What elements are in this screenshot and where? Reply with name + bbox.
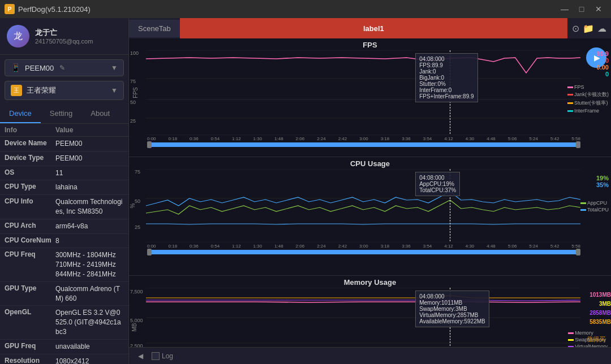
nav-back-button[interactable]: ◀ xyxy=(134,349,147,363)
scene-tab-button[interactable]: SceneTab xyxy=(129,20,180,37)
fps-legend: FPS Jank(卡顿次数) Stutter(卡顿率) InterFrame xyxy=(567,84,609,114)
user-section: 龙 龙于亡 241750705@qq.com xyxy=(0,18,128,55)
main-layout: 龙 龙于亡 241750705@qq.com 📱 PEEM00 ✎ ▼ 王 王者… xyxy=(0,18,611,364)
fps-chart: FPS FPS 100 75 50 25 xyxy=(129,38,611,157)
fps-scrollbar-handle-left[interactable] xyxy=(147,141,152,148)
cpu-chart-title: CPU Usage xyxy=(129,159,611,168)
cpu-chart: CPU Usage % 75 50 25 xyxy=(129,157,611,276)
log-check[interactable] xyxy=(152,352,160,360)
table-row: CPU Archarm64-v8a xyxy=(0,219,128,234)
tab-about[interactable]: About xyxy=(81,105,119,123)
user-info: 龙于亡 241750705@qq.com xyxy=(35,28,93,45)
sidebar-tabs: Device Setting About xyxy=(0,105,128,124)
location-icon[interactable]: ⊙ xyxy=(572,23,579,34)
table-row: CPU Typelahaina xyxy=(0,180,128,195)
table-row: OS11 xyxy=(0,166,128,181)
game-chevron-icon: ▼ xyxy=(111,86,118,94)
log-label: Log xyxy=(162,352,173,360)
tab-device[interactable]: Device xyxy=(0,105,41,123)
memory-y-unit: MB xyxy=(131,323,137,332)
memory-stats-overlay: 04:08:000 Memory:1011MB SwapMemory:3MB V… xyxy=(415,291,489,327)
info-table-header: Info Value xyxy=(0,124,128,137)
device-icon: 📱 xyxy=(11,63,20,72)
log-checkbox[interactable]: Log xyxy=(152,352,173,360)
table-row: CPU Freq300MHz - 1804MHz710MHz - 2419MHz… xyxy=(0,248,128,281)
device-label: PEEM00 xyxy=(25,64,54,72)
cpu-scrollbar[interactable] xyxy=(147,250,580,254)
header-icons: ⊙ 📁 ☁ xyxy=(567,23,611,34)
bottom-bar: ◀ Log xyxy=(129,347,611,364)
cpu-legend: AppCPU TotalCPU xyxy=(580,200,609,213)
user-name: 龙于亡 xyxy=(35,28,93,38)
fps-scrollbar-handle-right[interactable] xyxy=(576,141,580,148)
table-row: Resolution1080x2412 xyxy=(0,354,128,364)
table-row: OpenGLOpenGL ES 3.2 V@0525.0 (GIT@4942c1… xyxy=(0,306,128,339)
app-title: PerfDog(v5.1.210204) xyxy=(18,5,91,14)
content-area: SceneTab label1 ⊙ 📁 ☁ FPS FPS xyxy=(129,18,611,364)
maximize-button[interactable]: □ xyxy=(574,1,590,17)
scene-header: SceneTab label1 ⊙ 📁 ☁ xyxy=(129,18,611,38)
memory-chart-title: Memory Usage xyxy=(129,278,611,287)
minimize-button[interactable]: — xyxy=(557,1,573,17)
game-icon: 王 xyxy=(11,85,22,96)
fps-y-unit: FPS xyxy=(132,87,139,98)
fps-chart-title: FPS xyxy=(129,41,611,49)
game-label: 王者荣耀 xyxy=(27,85,56,96)
label-bar: label1 xyxy=(180,18,567,38)
device-selector[interactable]: 📱 PEEM00 ✎ ▼ xyxy=(5,59,124,76)
fps-scrollbar[interactable] xyxy=(147,142,580,147)
titlebar: P PerfDog(v5.1.210204) — □ ✕ xyxy=(0,0,611,18)
col-info: Info xyxy=(5,126,55,134)
sidebar: 龙 龙于亡 241750705@qq.com 📱 PEEM00 ✎ ▼ 王 王者… xyxy=(0,18,129,364)
fps-stats-overlay: 04:08:000 FPS:89.9 Jank:0 BigJank:0 Stut… xyxy=(415,53,477,102)
cpu-xaxis: 0:000:180:360:541:121:301:482:062:242:42… xyxy=(147,242,580,249)
table-row: CPU InfoQualcomm Technologies, Inc SM835… xyxy=(0,195,128,219)
table-row: GPU Frequnavailable xyxy=(0,340,128,354)
table-row: CPU CoreNum8 xyxy=(0,234,128,249)
cpu-scrollbar-handle-left[interactable] xyxy=(147,249,152,255)
tab-setting[interactable]: Setting xyxy=(41,105,81,123)
edit-icon: ✎ xyxy=(59,64,65,72)
table-row: Device TypePEEM00 xyxy=(0,151,128,166)
memory-chart: Memory Usage MB 7,500 5,000 2,500 xyxy=(129,276,611,347)
close-button[interactable]: ✕ xyxy=(591,1,606,17)
table-row: Device NamePEEM00 xyxy=(0,137,128,151)
folder-icon[interactable]: 📁 xyxy=(583,23,594,34)
window-controls: — □ ✕ xyxy=(557,1,606,17)
cpu-scrollbar-handle-right[interactable] xyxy=(576,249,580,255)
device-info-table: Info Value Device NamePEEM00 Device Type… xyxy=(0,124,128,364)
cpu-stats-overlay: 04:08:000 AppCPU:19% TotalCPU:37% xyxy=(415,172,460,196)
user-email: 241750705@qq.com xyxy=(35,38,93,45)
avatar: 龙 xyxy=(7,25,29,47)
watermark: 值得买 xyxy=(587,335,605,344)
col-value: Value xyxy=(55,126,73,134)
cloud-icon[interactable]: ☁ xyxy=(597,23,606,34)
device-chevron-icon: ▼ xyxy=(111,64,118,72)
fps-xaxis: 0:00 0:18 0:36 0:54 1:12 1:30 1:48 2:06 … xyxy=(147,135,580,141)
app-icon: P xyxy=(5,4,15,14)
charts-container: FPS FPS 100 75 50 25 xyxy=(129,38,611,347)
game-selector[interactable]: 王 王者荣耀 ▼ xyxy=(5,81,124,100)
table-row: GPU TypeQualcomm Adreno (TM) 660 xyxy=(0,282,128,306)
